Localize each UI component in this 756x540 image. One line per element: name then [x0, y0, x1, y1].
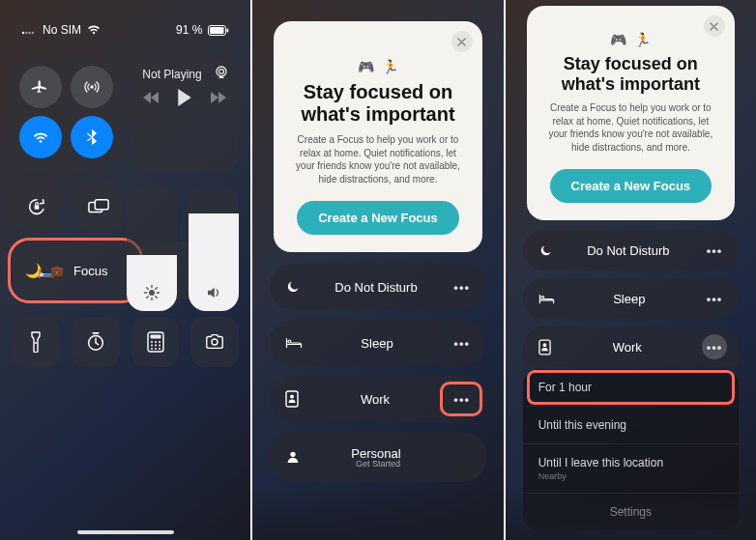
- svg-point-7: [90, 85, 93, 88]
- svg-rect-31: [539, 340, 550, 355]
- svg-point-13: [149, 290, 155, 296]
- battery-icon: [208, 25, 229, 36]
- option-for-1-hour[interactable]: For 1 hour: [523, 369, 739, 406]
- bed-icon: [538, 293, 555, 305]
- more-button[interactable]: •••: [450, 330, 475, 355]
- focus-cluster-icon: 🌙🛏️💼: [25, 264, 64, 277]
- timer-button[interactable]: [72, 317, 120, 367]
- bluetooth-button[interactable]: [71, 116, 113, 158]
- sun-icon: [143, 284, 160, 301]
- svg-point-30: [291, 452, 296, 457]
- home-indicator[interactable]: [77, 530, 174, 534]
- focus-item-dnd[interactable]: Do Not Disturb •••: [270, 264, 485, 310]
- wifi-button[interactable]: [19, 116, 62, 158]
- svg-point-0: [22, 32, 24, 34]
- calculator-button[interactable]: [131, 317, 180, 367]
- svg-point-22: [155, 345, 157, 347]
- svg-rect-17: [150, 335, 160, 339]
- create-focus-button[interactable]: Create a New Focus: [550, 169, 712, 203]
- camera-button[interactable]: [190, 317, 239, 367]
- panel-focus-options: 🎮 🏃 Stay focused on what's important Cre…: [506, 0, 756, 540]
- svg-point-29: [290, 395, 294, 399]
- option-label: Until this evening: [538, 418, 626, 432]
- volume-slider[interactable]: [189, 185, 239, 311]
- connectivity-tile: [12, 58, 121, 172]
- svg-rect-28: [286, 391, 298, 407]
- focus-item-label: Sleep: [568, 292, 690, 306]
- more-button[interactable]: •••: [702, 334, 727, 359]
- option-label: Settings: [610, 505, 652, 519]
- svg-rect-12: [95, 200, 108, 210]
- svg-point-24: [151, 348, 153, 350]
- card-title: Stay focused on what's important: [291, 81, 464, 126]
- more-button[interactable]: •••: [450, 274, 475, 299]
- option-settings[interactable]: Settings: [523, 493, 739, 530]
- focus-item-sleep[interactable]: Sleep •••: [523, 278, 739, 319]
- orientation-lock-button[interactable]: [12, 182, 62, 232]
- focus-item-label: Work: [565, 340, 690, 355]
- screen-mirror-button[interactable]: [73, 182, 124, 232]
- svg-point-20: [159, 341, 160, 343]
- svg-point-32: [542, 343, 546, 347]
- bed-icon: [285, 336, 303, 350]
- card-body: Create a Focus to help you work or to re…: [291, 133, 464, 185]
- focus-item-sleep[interactable]: Sleep •••: [270, 320, 485, 366]
- svg-rect-5: [210, 27, 224, 34]
- airplane-button[interactable]: [19, 66, 62, 108]
- card-icons: 🎮 🏃: [291, 60, 464, 73]
- svg-point-18: [151, 341, 153, 343]
- more-button[interactable]: •••: [450, 386, 475, 412]
- option-until-evening[interactable]: Until this evening: [523, 406, 739, 443]
- focus-item-label: Sleep: [316, 336, 437, 351]
- close-button[interactable]: [704, 15, 725, 37]
- carrier-label: No SIM: [43, 23, 81, 37]
- close-button[interactable]: [451, 31, 473, 52]
- focus-item-personal[interactable]: Personal Get Started: [270, 432, 485, 482]
- next-track-icon[interactable]: [210, 91, 227, 104]
- focus-item-label: Do Not Disturb: [567, 243, 690, 258]
- status-bar: No SIM 91 %: [12, 0, 239, 54]
- game-icon: 🎮: [358, 60, 374, 73]
- more-button[interactable]: •••: [702, 286, 727, 311]
- svg-rect-10: [35, 205, 40, 210]
- create-focus-button[interactable]: Create a New Focus: [297, 201, 459, 235]
- now-playing-tile[interactable]: Not Playing: [131, 58, 239, 172]
- airplay-icon[interactable]: [214, 66, 229, 79]
- svg-point-21: [151, 345, 153, 347]
- svg-point-14: [35, 342, 37, 344]
- svg-point-23: [159, 345, 160, 347]
- run-icon: 🏃: [634, 33, 651, 46]
- moon-icon: [538, 243, 553, 258]
- svg-point-3: [32, 32, 34, 34]
- option-sublabel: Nearby: [538, 471, 723, 481]
- run-icon: 🏃: [382, 60, 398, 73]
- card-body: Create a Focus to help you work or to re…: [544, 101, 717, 154]
- more-button[interactable]: •••: [702, 238, 727, 263]
- flashlight-button[interactable]: [12, 317, 60, 367]
- focus-item-label: Do Not Disturb: [314, 280, 437, 295]
- svg-point-19: [155, 341, 157, 343]
- svg-point-27: [212, 339, 218, 345]
- focus-item-work[interactable]: Work •••: [270, 376, 485, 422]
- focus-item-sublabel: Get Started: [356, 459, 400, 469]
- svg-rect-6: [227, 28, 229, 32]
- card-title: Stay focused on what's important: [544, 54, 717, 94]
- brightness-slider[interactable]: [127, 185, 177, 311]
- focus-item-work[interactable]: Work •••: [523, 327, 739, 367]
- play-icon[interactable]: [177, 89, 192, 106]
- cellular-dots-icon: [21, 25, 37, 35]
- svg-point-9: [219, 70, 224, 74]
- focus-item-dnd[interactable]: Do Not Disturb •••: [523, 230, 739, 270]
- prev-track-icon[interactable]: [142, 91, 160, 104]
- svg-point-26: [159, 348, 160, 350]
- badge-icon: [285, 390, 299, 408]
- badge-icon: [538, 339, 551, 355]
- option-label: For 1 hour: [538, 381, 592, 394]
- panel-focus-list: 🎮 🏃 Stay focused on what's important Cre…: [252, 0, 503, 540]
- focus-card: 🎮 🏃 Stay focused on what's important Cre…: [527, 6, 735, 220]
- person-icon: [285, 449, 301, 465]
- game-icon: 🎮: [610, 33, 626, 46]
- cellular-button[interactable]: [71, 66, 113, 108]
- option-until-leave[interactable]: Until I leave this location Nearby: [523, 443, 739, 493]
- focus-label: Focus: [73, 264, 107, 278]
